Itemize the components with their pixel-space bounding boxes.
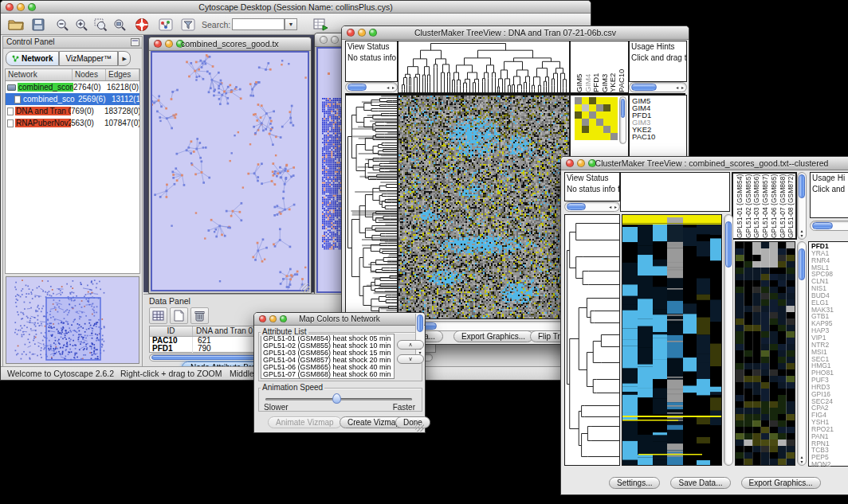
- tv2-column-labels-vscrollbar[interactable]: [797, 172, 807, 240]
- treeview-button[interactable]: Settings...: [609, 477, 660, 489]
- network-table-row[interactable]: DNA and Tran 07 769(0) 183728(0): [6, 105, 139, 117]
- network-table-row[interactable]: combined_sco 2569(6) 13112(15): [6, 93, 139, 105]
- search-input[interactable]: [232, 18, 285, 30]
- tab-network[interactable]: Network: [6, 51, 59, 66]
- attribute-list-item[interactable]: GPL51-07 (GSM868) heat shock 60 min: [263, 371, 392, 378]
- close-button[interactable]: [259, 315, 266, 322]
- network-table-row[interactable]: RNAPuberNov2+| 563(0) 107847(0): [6, 117, 139, 129]
- tv2-column-tree-area[interactable]: [620, 172, 730, 212]
- column-label[interactable]: GPL51-06 (GSM865): [770, 175, 779, 238]
- column-label[interactable]: GIM4: [583, 43, 592, 92]
- animate-vizmap-button[interactable]: Animate Vizmap: [268, 416, 342, 428]
- scrollbar-arrows-icon[interactable]: [609, 202, 618, 211]
- col-network[interactable]: Network: [6, 69, 73, 80]
- scrollbar-thumb[interactable]: [567, 203, 586, 210]
- new-attribute-icon[interactable]: [170, 307, 188, 324]
- tv2-row-dendrogram[interactable]: [564, 214, 620, 466]
- tv2-titlebar[interactable]: ClusterMaker TreeView : combined_scores_…: [561, 157, 848, 170]
- close-button[interactable]: [347, 29, 355, 37]
- attribute-list-vscrollbar[interactable]: [415, 314, 424, 356]
- tv1-titlebar[interactable]: ClusterMaker TreeView : DNA and Tran 07-…: [342, 26, 689, 40]
- column-label[interactable]: GPL51-07 (GSM868): [779, 175, 787, 238]
- search-dropdown-arrow[interactable]: ▼: [285, 18, 297, 30]
- column-label[interactable]: GIM3: [600, 43, 609, 92]
- scrollbar-thumb[interactable]: [799, 248, 805, 280]
- gene-label[interactable]: MON2: [811, 461, 848, 468]
- minimize-button[interactable]: [358, 29, 366, 37]
- scrollbar-arrows-icon[interactable]: [798, 229, 806, 238]
- minimize-button[interactable]: [17, 3, 25, 11]
- column-label[interactable]: GPL51-04 (GSM857): [761, 175, 770, 238]
- net1-titlebar[interactable]: combined_scores_good.txt--cluste...: [149, 37, 311, 51]
- main-titlebar[interactable]: Cytoscape Desktop (Session Name: collins…: [1, 1, 591, 14]
- tv1-hints-scrollbar[interactable]: [629, 82, 687, 92]
- tv2-heatmap[interactable]: [622, 214, 722, 466]
- scrollbar-thumb[interactable]: [417, 315, 423, 332]
- column-label[interactable]: YKE2: [608, 43, 617, 92]
- tv1-detail-vscrollbar[interactable]: [619, 96, 626, 144]
- scrollbar-arrows-icon[interactable]: [387, 83, 395, 92]
- scrollbar-thumb[interactable]: [621, 99, 625, 118]
- filter-icon[interactable]: [179, 16, 197, 33]
- column-label[interactable]: GPL51-02 (GSM855): [744, 175, 753, 238]
- done-button[interactable]: Done: [395, 416, 430, 428]
- zoom-in-icon[interactable]: [73, 16, 90, 33]
- scrollbar-thumb[interactable]: [812, 222, 833, 229]
- close-button[interactable]: [320, 36, 328, 44]
- close-button[interactable]: [154, 40, 162, 48]
- help-lifesaver-icon[interactable]: [133, 16, 151, 33]
- tv2-heatmap-vscrollbar[interactable]: [724, 214, 733, 466]
- close-button[interactable]: [566, 159, 574, 167]
- dialog-titlebar[interactable]: Map Colors to Network: [254, 313, 425, 326]
- export-graphics-button[interactable]: Export Graphics...: [453, 330, 533, 342]
- tab-overflow-chevron-icon[interactable]: ▶: [118, 51, 131, 66]
- close-button[interactable]: [6, 3, 14, 11]
- col-id[interactable]: ID: [150, 326, 193, 336]
- resize-grip[interactable]: [301, 283, 310, 292]
- net1-canvas-area[interactable]: [151, 51, 309, 291]
- scrollbar-thumb[interactable]: [799, 174, 805, 198]
- tv1-row-dendrogram[interactable]: [345, 95, 398, 319]
- zoom-fit-icon[interactable]: [111, 16, 128, 33]
- delete-attribute-trash-icon[interactable]: [190, 307, 209, 324]
- column-label[interactable]: GPL51-01 (GSM854): [736, 175, 744, 238]
- column-label[interactable]: GPL51-03 (GSM856): [752, 175, 761, 238]
- tv2-zoom-vscrollbar[interactable]: [797, 241, 807, 466]
- scrollbar-thumb[interactable]: [631, 84, 657, 91]
- column-label[interactable]: PFD1: [591, 43, 600, 92]
- column-label[interactable]: GPL51-08 (GSM872): [787, 175, 795, 238]
- slider-thumb[interactable]: [332, 393, 341, 404]
- tv1-status-scrollbar[interactable]: [345, 82, 398, 92]
- vizmap-icon[interactable]: [157, 16, 175, 33]
- scrollbar-thumb[interactable]: [347, 84, 367, 91]
- move-down-button[interactable]: ∨: [397, 354, 424, 364]
- move-up-button[interactable]: ∧: [397, 340, 424, 350]
- scrollbar-thumb[interactable]: [725, 221, 732, 268]
- scrollbar-arrows-icon[interactable]: [798, 455, 806, 464]
- scrollbar-arrows-icon[interactable]: [676, 83, 685, 92]
- import-table-icon[interactable]: [312, 16, 329, 33]
- minimize-button[interactable]: [269, 315, 277, 322]
- col-edges[interactable]: Edges: [106, 69, 139, 80]
- open-file-icon[interactable]: [7, 16, 25, 33]
- column-label[interactable]: PAC10: [617, 43, 626, 92]
- tab-vizmapper[interactable]: VizMapper™: [59, 51, 118, 66]
- col-nodes[interactable]: Nodes: [73, 69, 106, 80]
- tv2-zoom-view[interactable]: [735, 241, 795, 466]
- zoom-selected-icon[interactable]: [92, 16, 109, 33]
- tv2-hints-scrollbar[interactable]: [810, 221, 848, 231]
- birdseye-view[interactable]: [6, 276, 139, 364]
- zoom-out-icon[interactable]: [53, 16, 71, 33]
- float-panel-icon[interactable]: [131, 38, 139, 46]
- network-table-row[interactable]: combined_scores 2764(0) 16218(0): [6, 81, 139, 93]
- minimize-button[interactable]: [577, 159, 585, 167]
- column-label[interactable]: GIM5: [575, 43, 583, 92]
- network-list-header[interactable]: Network Nodes Edges: [6, 69, 139, 81]
- attribute-table-icon[interactable]: [149, 307, 167, 324]
- tv1-column-dendrogram[interactable]: [398, 41, 570, 93]
- row-label[interactable]: PAC10: [632, 133, 686, 140]
- resize-grip[interactable]: [415, 423, 424, 432]
- save-icon[interactable]: [29, 16, 47, 33]
- tv1-heatmap[interactable]: [398, 95, 570, 319]
- minimize-button[interactable]: [165, 40, 173, 48]
